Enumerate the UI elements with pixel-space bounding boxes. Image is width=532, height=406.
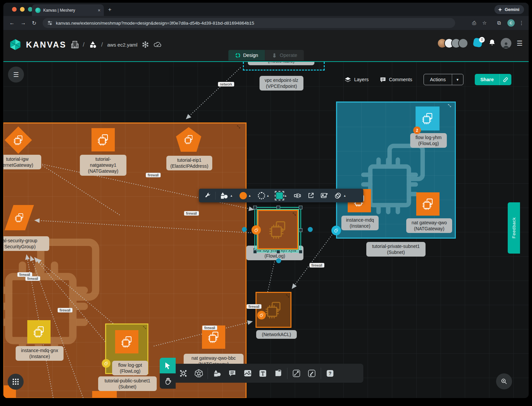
node-flow-log-yhm-kjh-xyw[interactable]: ⤡ xyxy=(257,210,298,250)
node-label-nat-gateway-qwo[interactable]: nat gateway-qwo (NATGateway) xyxy=(406,218,452,233)
address-field[interactable]: kanvas.new/extension/meshmap?mode=design… xyxy=(43,18,455,28)
notifications-bell-icon[interactable] xyxy=(489,39,495,48)
browser-menu-icon[interactable]: ⋮ xyxy=(519,20,524,26)
help-button[interactable]: ? xyxy=(322,370,338,377)
tab-design[interactable]: Design xyxy=(228,50,265,61)
search-tabs-icon[interactable]: ⧉ xyxy=(497,20,501,26)
node-label-flow-log-gpt[interactable]: flow log-gpt (FlowLog) xyxy=(112,361,148,375)
gemini-button[interactable]: Gemini xyxy=(494,5,524,14)
back-button[interactable]: ← xyxy=(9,20,15,26)
design-file-name[interactable]: aws ec2.yaml xyxy=(107,42,137,48)
open-in-new-button[interactable] xyxy=(305,192,316,199)
subnet-edge-badge[interactable] xyxy=(331,226,341,235)
comments-button[interactable]: Comments xyxy=(380,77,412,83)
text-dock-button[interactable] xyxy=(255,370,270,377)
node-nat-gateway-qwo[interactable] xyxy=(416,192,440,216)
selection-handle-nw[interactable] xyxy=(253,206,257,209)
node-label-network-acl[interactable]: (NetworkACL) xyxy=(256,330,297,339)
flow-log-gpt-resize-handle[interactable]: ⤡ xyxy=(143,325,146,330)
edge-handle-dot-bottom[interactable] xyxy=(276,258,281,263)
fill-expand-icon[interactable]: ▲ xyxy=(248,194,251,197)
select-tool-button[interactable] xyxy=(160,358,176,373)
node-label-tutorial-private-subnet1[interactable]: tutorial-private-subnet1 (Subnet) xyxy=(366,242,426,257)
actions-button[interactable]: Actions ▼ xyxy=(424,74,463,85)
shapes-dock-button[interactable] xyxy=(209,369,225,377)
forward-button[interactable]: → xyxy=(21,20,26,26)
rename-button[interactable] xyxy=(291,193,303,199)
app-menu-icon[interactable]: ☰ xyxy=(517,39,523,47)
network-acl-resize-handle[interactable]: ⤡ xyxy=(286,294,289,298)
shapes-tool-button[interactable]: ▲ xyxy=(218,192,235,199)
tab-close-icon[interactable]: × xyxy=(98,8,100,13)
feedback-tab[interactable]: Feedback xyxy=(508,202,520,254)
node-label-tutorial-public-subnet1[interactable]: tutorial-public-subnet1 (Subnet) xyxy=(98,376,157,391)
window-close-button[interactable] xyxy=(12,7,17,12)
node-network-acl[interactable]: ⤡ xyxy=(256,292,291,328)
node-flow-log-gpt[interactable] xyxy=(115,330,138,353)
browser-tab[interactable]: Kanvas | Meshery × xyxy=(32,4,104,16)
window-minimize-button[interactable] xyxy=(20,7,25,12)
chrome-profile-avatar[interactable]: C xyxy=(507,19,515,27)
border-expand-icon[interactable]: ▲ xyxy=(266,194,269,197)
selection-handle-n[interactable] xyxy=(276,206,280,209)
subnet-resize-handle[interactable]: ⤡ xyxy=(448,103,451,108)
layer-group-button[interactable]: ▲ xyxy=(332,192,349,199)
flow-log-resize-handle[interactable]: ⤡ xyxy=(292,212,296,216)
shapes-expand-icon[interactable]: ▲ xyxy=(230,194,233,197)
node-label-instance-mdq-gnx[interactable]: instance-mdq-gnx (Instance) xyxy=(16,346,64,361)
node-label-vpc-endpoint[interactable]: vpc endpoint-slz (VPCEndpoint) xyxy=(260,76,303,91)
fill-color-swatch[interactable] xyxy=(240,192,247,199)
selection-handle-sw[interactable] xyxy=(253,250,257,254)
design-canvas[interactable]: ⤡ ⤡ ☰ xyxy=(3,62,529,398)
dot-grid-toggle-button[interactable] xyxy=(8,374,24,390)
node-label-instance-mdq[interactable]: instance-mdq (Instance) xyxy=(341,216,379,230)
edge-handle-dot-right[interactable] xyxy=(308,227,313,232)
node-instance-mdq-gnx[interactable] xyxy=(27,320,51,343)
bookmark-star-icon[interactable]: ☆ xyxy=(482,20,487,26)
node-partial-bottom[interactable] xyxy=(92,391,117,398)
cloud-sync-icon[interactable] xyxy=(153,41,162,48)
node-label-tutorial-eip1[interactable]: tutorial-eip1 (ElasticIPAddress) xyxy=(166,156,212,170)
designs-icon[interactable] xyxy=(89,41,97,49)
copy-link-icon[interactable] xyxy=(499,74,511,85)
add-image-button[interactable] xyxy=(318,192,330,199)
selection-handle-ne[interactable] xyxy=(299,206,302,209)
flow-log-gpt-badge[interactable] xyxy=(102,359,110,368)
configure-tool-button[interactable] xyxy=(202,192,213,199)
fill-color-button[interactable]: ▲ xyxy=(237,192,254,199)
edge-handle-dot-left[interactable] xyxy=(242,227,247,232)
collaborator-avatars[interactable] xyxy=(437,38,468,48)
node-tutorial-natgateway1[interactable] xyxy=(91,128,115,151)
selection-handle-se[interactable] xyxy=(299,250,302,254)
network-acl-badge[interactable] xyxy=(257,311,266,319)
actions-dropdown-icon[interactable]: ▼ xyxy=(452,74,463,85)
collaborator-avatar-4[interactable] xyxy=(458,38,468,48)
reload-button[interactable]: ↻ xyxy=(32,20,36,26)
shape-swap-button[interactable]: ▲ xyxy=(274,192,289,199)
flow-log-badge[interactable] xyxy=(252,225,261,235)
snowflake-icon[interactable] xyxy=(142,41,149,48)
share-button[interactable]: Share xyxy=(475,74,511,85)
flow-log-yhm-count-badge[interactable]: 2 xyxy=(413,126,421,134)
node-label-routetable[interactable]: (RouteTable) xyxy=(248,62,314,65)
comment-dock-button[interactable] xyxy=(225,370,240,377)
selection-handle-e[interactable] xyxy=(299,228,302,232)
layer-expand-icon[interactable]: ▲ xyxy=(343,194,346,197)
user-profile-avatar[interactable] xyxy=(501,38,511,49)
kubernetes-tools-button[interactable] xyxy=(191,369,206,377)
layers-button[interactable]: Layers xyxy=(345,77,369,83)
note-dock-button[interactable] xyxy=(270,370,286,377)
swap-expand-icon[interactable]: ▲ xyxy=(284,194,287,197)
save-page-icon[interactable]: ⎙ xyxy=(472,20,476,26)
node-label-tutorial-igw[interactable]: tutorial-igw ternetGateway) xyxy=(3,155,41,169)
line-tool-button[interactable] xyxy=(289,370,304,377)
border-style-button[interactable]: ▲ xyxy=(256,192,272,199)
freehand-tool-button[interactable] xyxy=(304,370,319,377)
node-label-security-group[interactable]: al-security-group SecurityGroup) xyxy=(3,236,49,251)
tab-operate[interactable]: Operate xyxy=(265,50,304,61)
pan-tool-button[interactable] xyxy=(160,373,176,389)
vpc-resize-handle[interactable]: ⤡ xyxy=(237,124,240,129)
canvas-menu-button[interactable]: ☰ xyxy=(8,67,24,83)
node-label-flow-log-yhm[interactable]: flow log-yhm (FlowLog) xyxy=(410,133,447,148)
organization-icon[interactable] xyxy=(71,41,79,49)
